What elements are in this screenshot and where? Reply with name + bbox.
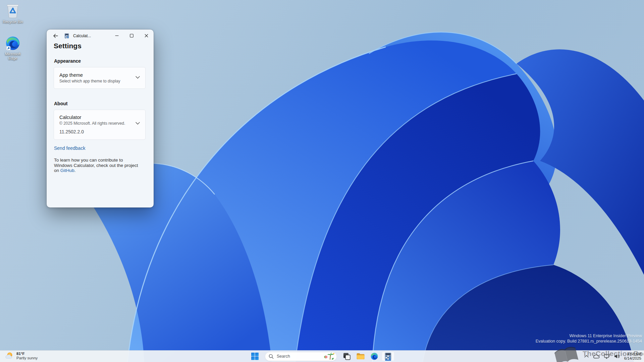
volume-icon[interactable] xyxy=(614,354,620,359)
clock-date: 6/14/2025 xyxy=(624,356,641,361)
search-placeholder: Search xyxy=(277,354,323,359)
search-highlight-image xyxy=(323,352,335,360)
app-theme-subtitle: Select which app theme to display xyxy=(59,79,145,83)
network-icon[interactable] xyxy=(604,354,610,359)
build-watermark-line1: Windows 11 Enterprise Insider Preview xyxy=(536,333,642,339)
running-indicator xyxy=(385,360,391,361)
github-link[interactable]: GitHub xyxy=(60,168,74,173)
search-box[interactable]: Search xyxy=(265,352,337,361)
minimize-icon xyxy=(115,34,119,38)
weather-icon xyxy=(5,351,14,361)
weather-condition: Partly sunny xyxy=(16,356,38,360)
start-button[interactable] xyxy=(249,352,261,361)
maximize-icon xyxy=(130,34,133,38)
about-card[interactable]: Calculator © 2025 Microsoft. All rights … xyxy=(54,110,146,140)
taskbar-clock[interactable]: 4:58 AM 6/14/2025 xyxy=(624,352,641,361)
weather-temp: 81°F xyxy=(16,352,24,356)
tray-chevron-up-icon[interactable] xyxy=(584,355,589,358)
file-explorer-button[interactable] xyxy=(354,352,367,361)
back-arrow-icon xyxy=(53,34,58,38)
back-button[interactable] xyxy=(49,31,61,41)
taskbar: 81°F Partly sunny Search xyxy=(0,350,644,362)
contribute-line3-suffix: . xyxy=(74,168,76,173)
app-theme-title: App theme xyxy=(59,72,145,78)
maximize-button[interactable] xyxy=(124,29,139,42)
calculator-settings-window: Calculat... Settings Appearance App them… xyxy=(47,29,154,207)
weather-widget[interactable]: 81°F Partly sunny xyxy=(5,351,38,361)
calculator-app-icon xyxy=(64,33,69,39)
edge-taskbar-button[interactable] xyxy=(368,352,381,361)
about-copyright: © 2025 Microsoft. All rights reserved. xyxy=(59,121,140,126)
task-view-button[interactable] xyxy=(340,352,353,361)
windows-build-watermark: Windows 11 Enterprise Insider Preview Ev… xyxy=(536,333,642,344)
desktop-icon-label: Recycle Bin xyxy=(0,20,25,24)
desktop: Recycle Bin Microsoft Edge Windows 11 En xyxy=(0,0,644,362)
chevron-down-icon xyxy=(136,76,140,79)
build-watermark-line2: Evaluation copy. Build 27881.rs_prerelea… xyxy=(536,339,642,344)
close-button[interactable] xyxy=(139,29,154,42)
windows-logo-icon xyxy=(251,352,259,360)
contribute-text: To learn how you can contribute to Windo… xyxy=(54,158,150,173)
page-title: Settings xyxy=(54,42,82,50)
window-titlebar: Calculat... xyxy=(47,29,154,42)
about-app-name: Calculator xyxy=(59,115,140,120)
search-icon xyxy=(269,354,274,359)
about-version: 11.2502.2.0 xyxy=(59,129,140,134)
contribute-line2: Windows Calculator, check out the projec… xyxy=(54,163,150,168)
chevron-down-icon xyxy=(136,122,140,125)
clock-time: 4:58 AM xyxy=(624,352,641,356)
recycle-bin-icon xyxy=(5,3,20,19)
file-explorer-icon xyxy=(356,353,365,360)
desktop-icon-recycle-bin[interactable]: Recycle Bin xyxy=(0,3,25,24)
send-feedback-link[interactable]: Send feedback xyxy=(54,145,85,151)
contribute-line3-prefix: on xyxy=(54,168,60,173)
edge-icon xyxy=(370,352,378,360)
window-title: Calculat... xyxy=(73,34,91,38)
calculator-icon xyxy=(384,352,392,360)
onedrive-cloud-icon[interactable] xyxy=(593,354,600,359)
close-icon xyxy=(145,34,148,38)
about-heading: About xyxy=(54,101,67,106)
desktop-icon-label: Microsoft Edge xyxy=(0,52,25,60)
app-theme-card[interactable]: App theme Select which app theme to disp… xyxy=(54,67,146,89)
weather-text: 81°F Partly sunny xyxy=(16,352,38,360)
desktop-icon-microsoft-edge[interactable]: Microsoft Edge xyxy=(0,36,25,60)
calculator-taskbar-button[interactable] xyxy=(382,352,394,361)
minimize-button[interactable] xyxy=(109,29,124,42)
appearance-heading: Appearance xyxy=(54,58,81,64)
task-view-icon xyxy=(343,352,351,360)
contribute-line1: To learn how you can contribute to xyxy=(54,158,150,163)
edge-icon xyxy=(5,36,20,51)
